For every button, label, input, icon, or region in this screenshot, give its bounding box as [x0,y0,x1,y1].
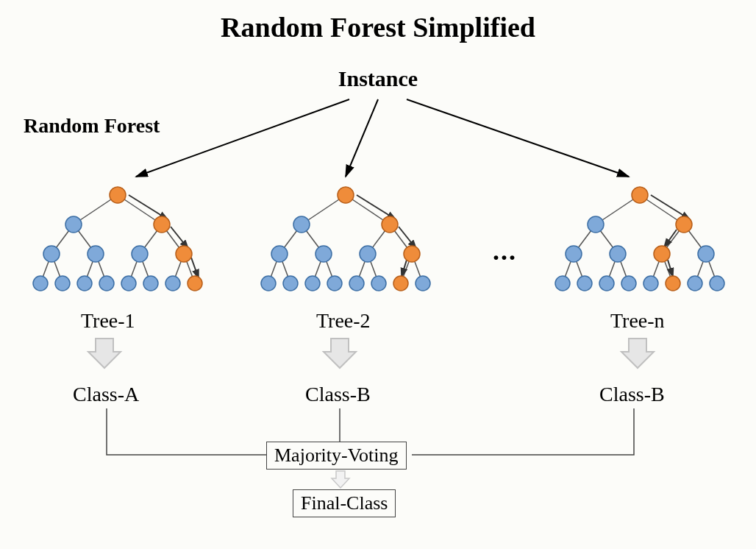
svg-point-26 [176,246,192,262]
svg-point-33 [165,276,180,291]
svg-point-31 [121,276,136,291]
svg-point-97 [688,276,702,291]
svg-point-23 [43,246,60,262]
down-arrow-3 [621,339,654,368]
svg-point-57 [360,246,376,262]
svg-point-29 [77,276,92,291]
down-arrow-2 [324,339,356,368]
svg-point-89 [654,246,670,262]
svg-point-88 [610,246,626,262]
svg-point-66 [416,276,430,291]
svg-point-21 [65,216,82,233]
svg-point-93 [599,276,614,291]
svg-point-64 [371,276,386,291]
svg-point-65 [393,276,408,291]
svg-point-24 [88,246,104,262]
tree-2 [261,187,430,291]
svg-point-84 [632,187,648,203]
svg-point-53 [293,216,310,233]
tree-1 [33,187,202,291]
svg-point-28 [55,276,70,291]
svg-line-83 [668,260,673,277]
svg-point-95 [643,276,658,291]
connector-lines [107,408,634,455]
svg-point-20 [110,187,126,203]
svg-line-1 [346,99,378,177]
svg-point-55 [271,246,288,262]
svg-line-2 [407,99,629,177]
svg-point-61 [305,276,320,291]
svg-point-85 [588,216,604,233]
svg-point-92 [577,276,592,291]
svg-point-94 [621,276,636,291]
svg-point-96 [666,276,680,291]
svg-point-30 [99,276,114,291]
svg-point-52 [338,187,354,203]
svg-point-34 [188,276,202,291]
svg-point-58 [404,246,420,262]
svg-point-62 [327,276,342,291]
svg-point-54 [382,216,398,233]
tree-n [555,187,724,291]
svg-point-98 [710,276,724,291]
svg-point-56 [315,246,332,262]
svg-point-60 [283,276,298,291]
svg-point-59 [261,276,276,291]
small-down-arrow [332,471,349,488]
svg-point-27 [33,276,48,291]
svg-point-90 [698,246,714,262]
down-arrow-1 [88,339,121,368]
instance-arrows [136,99,629,177]
svg-point-22 [154,216,170,233]
svg-line-0 [136,99,349,177]
diagram-svg [0,0,756,549]
svg-point-87 [566,246,582,262]
svg-point-63 [349,276,364,291]
svg-point-25 [132,246,148,262]
svg-point-91 [555,276,570,291]
svg-line-82 [664,230,677,247]
svg-point-32 [143,276,158,291]
svg-point-86 [676,216,692,233]
